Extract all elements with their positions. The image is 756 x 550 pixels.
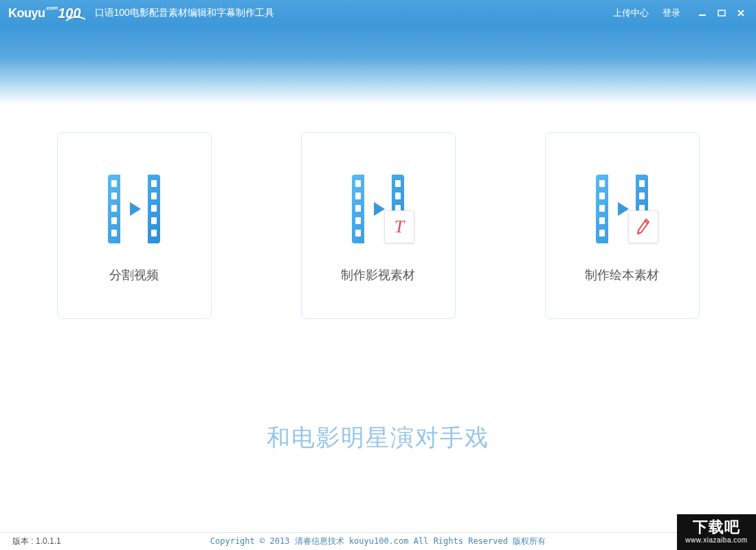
watermark-main: 下载吧 [693,520,740,535]
svg-rect-32 [599,230,605,236]
maximize-button[interactable] [712,0,731,26]
logo-swoosh-icon [66,15,85,22]
svg-rect-31 [599,217,605,224]
text-badge-icon: T [384,210,414,243]
film-icon [96,168,172,250]
svg-rect-4 [111,180,117,187]
minimize-icon [698,9,707,17]
main-content: 分割视频 T 制作影视素材 [0,132,756,319]
pencil-badge-icon [628,210,658,243]
login-link[interactable]: 登录 [656,7,687,19]
app-logo: Kouyu .com 100 [8,4,85,22]
svg-rect-1 [718,10,725,16]
card-label: 制作影视素材 [341,267,415,283]
close-button[interactable] [731,0,751,26]
close-icon [737,9,745,17]
svg-rect-20 [355,230,361,236]
svg-rect-21 [395,180,401,187]
film-edit-icon [584,168,660,250]
svg-rect-16 [355,180,361,187]
logo-com: .com [45,5,58,11]
svg-rect-7 [111,217,117,224]
svg-rect-18 [355,205,361,212]
svg-rect-10 [151,192,157,199]
titlebar-right: 上传中心 登录 [606,0,751,26]
svg-rect-11 [151,205,157,212]
version-label: 版本 : 1.0.1.1 [12,536,61,547]
svg-rect-34 [639,192,645,199]
make-video-material-card[interactable]: T 制作影视素材 [301,132,456,319]
svg-rect-8 [111,230,117,236]
svg-rect-33 [639,180,645,187]
window-controls [693,0,751,26]
svg-rect-30 [599,205,605,212]
header-gradient [0,26,756,104]
watermark-sub: www.xiazaiba.com [685,536,747,544]
svg-rect-22 [395,192,401,199]
svg-rect-0 [699,14,706,16]
copyright-text: Copyright © 2013 清睿信息技术 kouyu100.com All… [210,536,546,547]
svg-rect-28 [599,180,605,187]
maximize-icon [718,9,726,17]
make-picturebook-material-card[interactable]: 制作绘本素材 [545,132,700,319]
card-label: 制作绘本素材 [585,267,659,283]
svg-rect-19 [355,217,361,224]
titlebar: Kouyu .com 100 口语100电影配音素材编辑和字幕制作工具 上传中心… [0,0,756,26]
svg-rect-9 [151,180,157,187]
footer: 版本 : 1.0.1.1 Copyright © 2013 清睿信息技术 kou… [0,532,756,550]
slogan-text: 和电影明星演对手戏 [0,422,756,454]
watermark-badge: 下载吧 www.xiazaiba.com [677,514,756,550]
film-text-icon: T [340,168,416,250]
svg-rect-29 [599,192,605,199]
split-video-card[interactable]: 分割视频 [57,132,212,319]
logo-text: Kouyu [8,6,45,21]
svg-rect-17 [355,192,361,199]
upload-center-link[interactable]: 上传中心 [606,7,656,19]
minimize-button[interactable] [693,0,712,26]
svg-rect-13 [151,230,157,236]
svg-rect-6 [111,205,117,212]
card-label: 分割视频 [109,267,159,283]
svg-rect-5 [111,192,117,199]
app-title: 口语100电影配音素材编辑和字幕制作工具 [95,7,274,19]
svg-rect-12 [151,217,157,224]
